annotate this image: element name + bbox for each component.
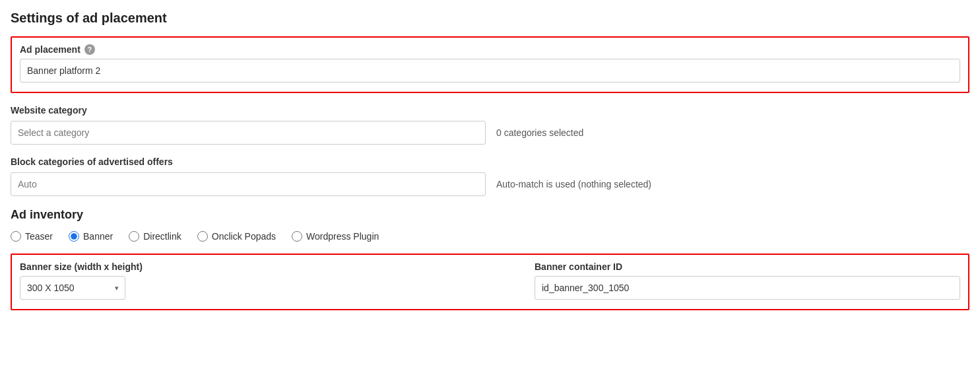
banner-two-col: Banner size (width x height) 300 X 1050 … (20, 261, 960, 300)
radio-wordpress-label: Wordpress Plugin (306, 231, 379, 242)
banner-container-input[interactable] (535, 276, 960, 300)
radio-onclick-input[interactable] (197, 231, 208, 242)
radio-directlink[interactable]: Directlink (129, 231, 181, 242)
radio-directlink-label: Directlink (143, 231, 181, 242)
radio-onclick[interactable]: Onclick Popads (197, 231, 276, 242)
radio-wordpress[interactable]: Wordpress Plugin (292, 231, 379, 242)
banner-container-label: Banner container ID (535, 261, 960, 272)
banner-container-col: Banner container ID (535, 261, 960, 300)
radio-group: Teaser Banner Directlink Onclick Popads … (11, 231, 969, 242)
ad-inventory-title: Ad inventory (11, 208, 969, 222)
radio-banner[interactable]: Banner (69, 231, 113, 242)
radio-onclick-label: Onclick Popads (212, 231, 276, 242)
radio-wordpress-input[interactable] (292, 231, 302, 242)
banner-section: Banner size (width x height) 300 X 1050 … (11, 254, 969, 310)
ad-placement-label: Ad placement ? (20, 44, 960, 55)
website-category-row: 0 categories selected (11, 121, 969, 145)
radio-teaser[interactable]: Teaser (11, 231, 53, 242)
banner-size-select-wrapper: 300 X 1050 300 X 250 728 X 90 160 X 600 … (20, 276, 125, 300)
page-title: Settings of ad placement (11, 11, 969, 26)
banner-size-label: Banner size (width x height) (20, 261, 521, 272)
block-categories-input[interactable] (11, 172, 486, 196)
website-category-section: Website category 0 categories selected (11, 105, 969, 145)
radio-teaser-input[interactable] (11, 231, 21, 242)
help-icon[interactable]: ? (84, 44, 95, 55)
ad-inventory-section: Ad inventory Teaser Banner Directlink On… (11, 208, 969, 242)
radio-banner-input[interactable] (69, 231, 79, 242)
ad-placement-label-text: Ad placement (20, 44, 81, 55)
block-categories-row: Auto-match is used (nothing selected) (11, 172, 969, 196)
radio-teaser-label: Teaser (25, 231, 53, 242)
banner-size-select[interactable]: 300 X 1050 300 X 250 728 X 90 160 X 600 (20, 276, 125, 300)
radio-banner-label: Banner (83, 231, 113, 242)
category-input[interactable] (11, 121, 486, 145)
radio-directlink-input[interactable] (129, 231, 139, 242)
auto-match-text: Auto-match is used (nothing selected) (496, 179, 651, 189)
block-categories-section: Block categories of advertised offers Au… (11, 156, 969, 196)
ad-placement-input[interactable] (20, 59, 960, 83)
block-categories-label: Block categories of advertised offers (11, 156, 969, 167)
banner-size-col: Banner size (width x height) 300 X 1050 … (20, 261, 521, 300)
ad-placement-section: Ad placement ? (11, 36, 969, 93)
category-status: 0 categories selected (496, 127, 583, 138)
website-category-label: Website category (11, 105, 969, 116)
